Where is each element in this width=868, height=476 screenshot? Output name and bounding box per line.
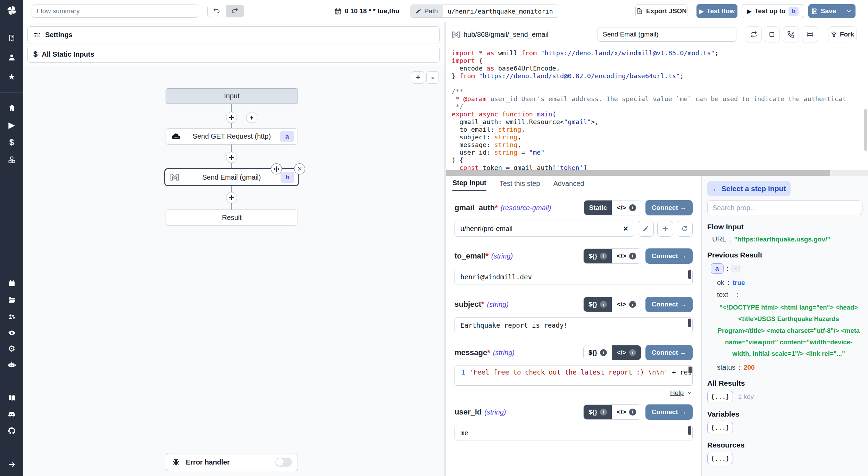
home-icon[interactable]: [7, 103, 16, 112]
undo-button[interactable]: [208, 5, 226, 17]
flow-node-input[interactable]: Input: [166, 88, 298, 104]
mode-static[interactable]: Static: [584, 200, 612, 215]
user-icon[interactable]: [7, 53, 16, 62]
groups-icon[interactable]: [7, 312, 16, 321]
docs-book-icon[interactable]: [7, 394, 16, 403]
collapse-toggle[interactable]: -: [732, 265, 740, 272]
connect-button[interactable]: Connect →: [645, 248, 693, 264]
info-icon[interactable]: i: [600, 253, 607, 260]
schedule-display[interactable]: 0 10 18 * * tue,thu: [334, 0, 399, 22]
info-icon[interactable]: i: [629, 204, 636, 211]
result-ok-row[interactable]: ok : true: [717, 279, 862, 287]
redo-button[interactable]: [226, 5, 244, 17]
delete-node-button[interactable]: [294, 163, 305, 174]
save-button[interactable]: Save: [808, 4, 856, 18]
info-icon[interactable]: i: [600, 349, 607, 356]
test-flow-button[interactable]: ▶ Test flow: [696, 4, 737, 18]
mode-javascript[interactable]: </>i: [612, 200, 641, 215]
github-icon[interactable]: [7, 426, 16, 435]
mode-javascript[interactable]: </>i: [612, 405, 641, 419]
flow-graph-canvas[interactable]: + - Input HTTP Send GET Request (http) a…: [23, 66, 444, 476]
insert-step-button[interactable]: [226, 192, 237, 203]
export-json-button[interactable]: Export JSON: [635, 4, 687, 18]
user-id-input[interactable]: me: [454, 425, 693, 441]
schedules-calendar-icon[interactable]: [7, 279, 16, 288]
error-handler-toggle[interactable]: [275, 458, 292, 467]
insert-step-button[interactable]: [226, 152, 237, 163]
mode-javascript[interactable]: </>i: [612, 249, 641, 263]
all-static-inputs-bar[interactable]: $ All Static Inputs: [27, 46, 440, 63]
expand-arrow-icon[interactable]: [7, 460, 16, 469]
help-link[interactable]: Help: [670, 389, 684, 397]
sync-button[interactable]: [746, 26, 762, 42]
mode-javascript[interactable]: </>i: [612, 297, 641, 312]
path-chip[interactable]: Path u/henri/earthquake_monitorin: [410, 5, 558, 18]
search-prop-input[interactable]: [707, 200, 862, 215]
mode-template[interactable]: ${}i: [584, 345, 612, 360]
code-vertical-scrollbar[interactable]: [864, 109, 867, 151]
resources-object-badge[interactable]: {...}: [707, 453, 733, 464]
flow-input-url-row[interactable]: URL : "https://earthquake.usgs.gov/": [712, 235, 862, 243]
info-icon[interactable]: i: [629, 409, 636, 416]
mode-javascript[interactable]: </>i: [612, 345, 641, 360]
tab-test-this-step[interactable]: Test this step: [500, 180, 540, 191]
save-dropdown-caret[interactable]: [842, 5, 855, 18]
audit-eye-icon[interactable]: [7, 328, 16, 337]
fork-button[interactable]: Fork: [828, 26, 857, 42]
zoom-in-button[interactable]: +: [412, 71, 424, 84]
select-step-input-button[interactable]: ← Select a step input: [707, 181, 791, 196]
flow-summary-input[interactable]: [32, 5, 198, 18]
resource-picker-input[interactable]: u/henri/pro-email ✕: [454, 221, 634, 237]
mode-template[interactable]: ${}i: [584, 249, 612, 263]
flow-node-a-http[interactable]: HTTP Send GET Request (http) a: [166, 128, 298, 145]
edit-resource-button[interactable]: [638, 221, 654, 237]
to-email-input[interactable]: henri@windmill.dev: [454, 269, 693, 285]
zoom-out-button[interactable]: -: [426, 71, 439, 84]
connect-button[interactable]: Connect →: [645, 345, 693, 360]
step-summary-input[interactable]: [598, 27, 736, 42]
message-expression-editor[interactable]: 1 'Feel free to check out the latest rep…: [454, 366, 693, 386]
flow-settings-bar[interactable]: Settings: [27, 26, 440, 43]
all-results-object-badge[interactable]: {...}: [707, 391, 733, 402]
connect-button[interactable]: Connect →: [645, 200, 693, 215]
tab-step-input[interactable]: Step Input: [452, 179, 486, 191]
bed-button[interactable]: [802, 26, 818, 42]
resources-boxes-icon[interactable]: [7, 155, 16, 164]
phone-button[interactable]: [783, 26, 799, 42]
code-horizontal-scrollbar[interactable]: [446, 170, 868, 176]
variables-object-badge[interactable]: {...}: [707, 422, 733, 433]
test-up-to-button[interactable]: ▶ Test up to b: [742, 4, 804, 18]
chevron-down-icon[interactable]: [686, 390, 693, 396]
code-editor[interactable]: import * as wmill from "https://deno.lan…: [446, 47, 868, 170]
error-handler-bar[interactable]: Error handler: [166, 453, 298, 471]
connect-button[interactable]: Connect →: [645, 297, 693, 312]
connect-button[interactable]: Connect →: [645, 404, 693, 420]
step-badge-a[interactable]: a: [711, 263, 724, 274]
discord-icon[interactable]: [7, 410, 16, 419]
flow-node-result[interactable]: Result: [166, 210, 298, 225]
square-button[interactable]: [764, 26, 780, 42]
subject-input[interactable]: Earthquake report is ready!: [454, 317, 693, 333]
workers-robot-icon[interactable]: [7, 360, 16, 369]
runs-play-icon[interactable]: ▶: [7, 121, 16, 130]
flow-node-b-gmail-selected[interactable]: Send Email (gmail) b: [164, 168, 299, 186]
result-status-row[interactable]: status : 200: [717, 363, 862, 371]
building-icon[interactable]: [7, 33, 16, 42]
tab-advanced[interactable]: Advanced: [553, 180, 584, 191]
info-icon[interactable]: i: [629, 253, 636, 260]
info-icon[interactable]: i: [629, 349, 636, 356]
clear-icon[interactable]: ✕: [623, 225, 628, 233]
refresh-resource-button[interactable]: [677, 221, 693, 237]
move-node-handle[interactable]: [271, 163, 282, 174]
star-icon[interactable]: ★: [7, 72, 16, 81]
info-icon[interactable]: i: [600, 409, 607, 416]
settings-gear-icon[interactable]: ⚙: [7, 344, 16, 353]
result-text-row[interactable]: text : "<!DOCTYPE html> <html lang="en">…: [717, 291, 862, 359]
info-icon[interactable]: i: [629, 301, 636, 308]
info-icon[interactable]: i: [600, 301, 607, 308]
mode-template[interactable]: ${}i: [584, 297, 612, 312]
add-resource-button[interactable]: +: [657, 221, 673, 237]
trigger-bolt-button[interactable]: [246, 112, 257, 123]
windmill-logo-icon[interactable]: [6, 5, 17, 16]
mode-template[interactable]: ${}i: [584, 405, 612, 419]
